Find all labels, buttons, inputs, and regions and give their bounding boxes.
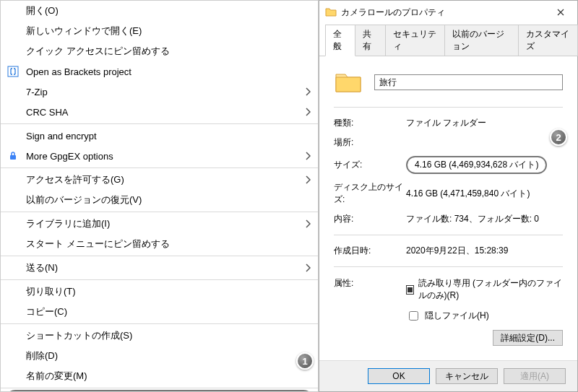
close-button[interactable] — [544, 1, 577, 24]
menu-item[interactable]: スタート メニューにピン留めする — [1, 234, 318, 254]
callout-2: 2 — [550, 129, 567, 146]
menu-item-label: 削除(D) — [26, 349, 58, 362]
menu-separator — [1, 167, 318, 168]
separator — [334, 107, 563, 108]
chevron-right-icon — [305, 87, 311, 96]
menu-separator — [1, 212, 318, 212]
menu-item-label: Sign and encrypt — [26, 131, 97, 141]
chevron-right-icon — [305, 175, 311, 184]
tab[interactable]: 共有 — [355, 25, 385, 56]
menu-item-label: ショートカットの作成(S) — [26, 329, 132, 342]
label-type: 種類: — [334, 117, 406, 129]
brackets-icon — [7, 65, 20, 78]
checkbox-hidden[interactable]: 隠しファイル(H) — [406, 309, 563, 323]
callout-1: 1 — [296, 352, 314, 370]
folder-large-icon — [334, 68, 363, 97]
menu-item[interactable]: More GpgEX options — [1, 146, 318, 166]
menu-item-label: Open as Brackets project — [26, 66, 131, 77]
tab-general: 種類: ファイル フォルダー 場所: 2 サイズ: 4.16 GB (4,469… — [319, 56, 577, 360]
chevron-right-icon — [305, 263, 311, 272]
menu-item-label: 名前の変更(M) — [26, 370, 87, 383]
tab[interactable]: 以前のバージョン — [444, 25, 519, 56]
menu-item-label: 切り取り(T) — [26, 285, 76, 298]
checkbox-indeterminate-icon — [406, 285, 414, 295]
cancel-button[interactable]: キャンセル — [436, 368, 498, 384]
separator — [334, 235, 563, 235]
menu-item[interactable]: 削除(D) — [1, 346, 318, 366]
dialog-button-bar: OK キャンセル 適用(A) — [319, 360, 577, 391]
lock-icon — [7, 149, 20, 162]
menu-item[interactable]: 新しいウィンドウで開く(E) — [1, 21, 318, 41]
menu-item[interactable]: ライブラリに追加(I) — [1, 214, 318, 234]
icon-empty — [7, 370, 20, 383]
value-size: 4.16 GB (4,469,934,628 バイト) — [406, 156, 547, 174]
apply-button[interactable]: 適用(A) — [504, 368, 566, 384]
value-created: 2020年9月22日、15:28:39 — [406, 245, 563, 257]
menu-item[interactable]: CRC SHA — [1, 102, 318, 122]
folder-name-input[interactable] — [374, 74, 563, 90]
menu-item[interactable]: 開く(O) — [1, 1, 318, 21]
checkbox-hidden-input[interactable] — [409, 311, 418, 321]
menu-separator — [1, 323, 318, 324]
menu-separator — [1, 279, 318, 280]
chevron-right-icon — [305, 152, 311, 160]
menu-item[interactable]: アクセスを許可する(G) — [1, 170, 318, 190]
menu-item[interactable]: 以前のバージョンの復元(V) — [1, 190, 318, 210]
menu-item-label: コピー(C) — [26, 305, 67, 318]
menu-item[interactable]: クイック アクセスにピン留めする — [1, 41, 318, 61]
context-menu: 開く(O)新しいウィンドウで開く(E)クイック アクセスにピン留めするOpen … — [0, 0, 319, 392]
icon-empty — [7, 329, 20, 342]
menu-item-label: 新しいウィンドウで開く(E) — [26, 25, 142, 38]
menu-item[interactable]: 名前の変更(M) — [1, 366, 318, 386]
checkbox-readonly[interactable]: 読み取り専用 (フォルダー内のファイルのみ)(R) — [406, 277, 563, 302]
menu-separator — [1, 123, 318, 124]
menu-item[interactable]: Sign and encrypt — [1, 126, 318, 146]
menu-item[interactable]: 切り取り(T) — [1, 282, 318, 302]
menu-item-label: クイック アクセスにピン留めする — [26, 45, 170, 58]
menu-item[interactable]: ショートカットの作成(S) — [1, 326, 318, 346]
separator — [334, 266, 563, 267]
label-attributes: 属性: — [334, 277, 406, 346]
menu-item[interactable]: 送る(N) — [1, 258, 318, 278]
menu-separator — [1, 256, 318, 256]
svg-rect-1 — [10, 155, 16, 160]
icon-empty — [7, 305, 20, 318]
tab[interactable]: カスタマイズ — [518, 25, 578, 56]
icon-empty — [7, 349, 20, 362]
tab[interactable]: セキュリティ — [385, 25, 445, 56]
menu-item-label: ライブラリに追加(I) — [26, 217, 110, 230]
titlebar: カメラロールのプロパティ — [319, 1, 577, 24]
svg-rect-0 — [8, 66, 18, 77]
properties-dialog: カメラロールのプロパティ 全般共有セキュリティ以前のバージョンカスタマイズ 種類… — [319, 0, 578, 392]
menu-item-label: 開く(O) — [26, 4, 59, 17]
icon-empty — [7, 261, 20, 274]
icon-empty — [7, 85, 20, 98]
folder-icon — [325, 6, 337, 18]
label-size-on-disk: ディスク上のサイズ: — [334, 181, 406, 206]
menu-item-label: 7-Zip — [26, 87, 48, 97]
menu-item[interactable]: Open as Brackets project — [1, 61, 318, 82]
label-location: 場所: — [334, 136, 406, 149]
value-size-on-disk: 4.16 GB (4,471,459,840 バイト) — [406, 188, 563, 200]
tab[interactable]: 全般 — [325, 25, 355, 56]
menu-item[interactable]: コピー(C) — [1, 302, 318, 322]
advanced-button[interactable]: 詳細設定(D)... — [493, 330, 563, 346]
icon-empty — [7, 45, 20, 58]
icon-empty — [7, 217, 20, 230]
value-type: ファイル フォルダー — [406, 117, 563, 129]
menu-item-label: 以前のバージョンの復元(V) — [26, 193, 142, 206]
menu-item-label: More GpgEX options — [26, 151, 113, 162]
menu-item[interactable]: 7-Zip — [1, 82, 318, 102]
menu-item-label: スタート メニューにピン留めする — [26, 238, 170, 251]
menu-item-label: 送る(N) — [26, 261, 58, 274]
menu-separator — [1, 388, 318, 388]
icon-empty — [7, 173, 20, 186]
label-contents: 内容: — [334, 213, 406, 225]
ok-button[interactable]: OK — [368, 368, 430, 384]
checkbox-hidden-label: 隠しファイル(H) — [425, 310, 489, 322]
icon-empty — [7, 238, 20, 251]
value-contents: ファイル数: 734、フォルダー数: 0 — [406, 213, 563, 225]
icon-empty — [7, 4, 20, 17]
checkbox-readonly-label: 読み取り専用 (フォルダー内のファイルのみ)(R) — [418, 277, 563, 302]
dialog-title: カメラロールのプロパティ — [341, 6, 445, 19]
